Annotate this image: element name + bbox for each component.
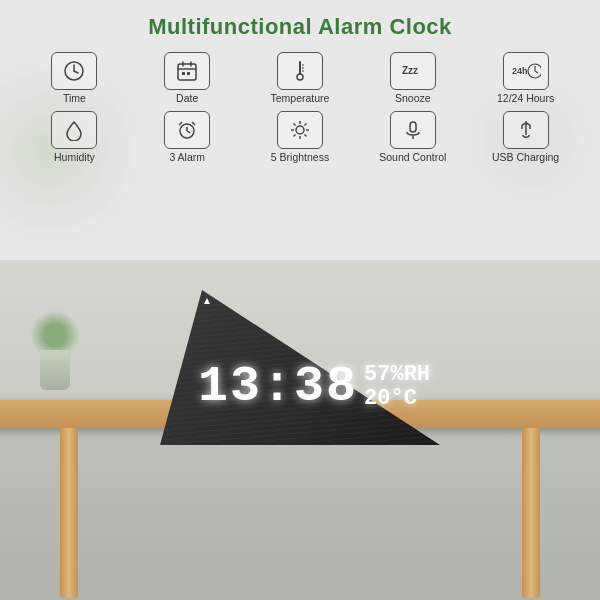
clock-display: 13:38 57%RH 20°C (198, 347, 432, 427)
svg-line-18 (535, 71, 538, 73)
page-title: Multifunctional Alarm Clock (148, 14, 452, 40)
temperature-value: 20°C (364, 388, 417, 410)
main-container: Multifunctional Alarm Clock Time Date Te… (0, 0, 600, 600)
clock-time: 13:38 (198, 362, 358, 412)
humidity-value: 57%RH (364, 364, 430, 386)
feature-icon-date (164, 52, 210, 90)
feature-label-hours: 12/24 Hours (497, 92, 554, 105)
svg-line-21 (187, 131, 190, 133)
svg-rect-3 (178, 64, 196, 80)
svg-line-22 (179, 122, 182, 125)
feature-icon-snooze: Zzz (390, 52, 436, 90)
table-leg-right (522, 428, 540, 598)
feature-icon-humidity (51, 111, 97, 149)
clock-body: 13:38 57%RH 20°C (160, 290, 440, 450)
feature-label-temperature: Temperature (271, 92, 330, 105)
svg-rect-33 (410, 122, 416, 132)
product-scene: 13:38 57%RH 20°C (0, 260, 600, 600)
feature-icon-sound (390, 111, 436, 149)
feature-label-snooze: Snooze (395, 92, 431, 105)
feature-item-hours: 24h 12/24 Hours (471, 52, 580, 105)
feature-icon-brightness (277, 111, 323, 149)
feature-label-date: Date (176, 92, 198, 105)
table-leg-left (60, 428, 78, 598)
svg-rect-7 (182, 72, 185, 75)
feature-label-sound: Sound Control (379, 151, 446, 164)
feature-icon-hours: 24h (503, 52, 549, 90)
feature-label-alarm: 3 Alarm (169, 151, 205, 164)
feature-item-time: Time (20, 52, 129, 105)
feature-icon-time (51, 52, 97, 90)
svg-line-32 (293, 134, 295, 136)
feature-label-humidity: Humidity (54, 151, 95, 164)
svg-point-24 (296, 126, 304, 134)
svg-rect-8 (187, 72, 190, 75)
feature-item-snooze: Zzz Snooze (358, 52, 467, 105)
svg-line-30 (304, 134, 306, 136)
feature-label-brightness: 5 Brightness (271, 151, 329, 164)
svg-line-2 (74, 71, 78, 73)
feature-item-sound: Sound Control (358, 111, 467, 164)
feature-item-usb: USB Charging (471, 111, 580, 164)
svg-line-29 (293, 123, 295, 125)
svg-line-31 (304, 123, 306, 125)
feature-icon-temperature (277, 52, 323, 90)
vase-body (40, 350, 70, 390)
features-grid: Time Date Temperature Zzz Snooze 24h 12/… (20, 52, 580, 163)
feature-item-temperature: Temperature (246, 52, 355, 105)
feature-item-alarm: 3 Alarm (133, 111, 242, 164)
feature-item-date: Date (133, 52, 242, 105)
clock-shape: 13:38 57%RH 20°C (160, 290, 440, 445)
svg-text:Zzz: Zzz (402, 65, 418, 76)
feature-label-usb: USB Charging (492, 151, 559, 164)
feature-icon-usb (503, 111, 549, 149)
feature-icon-alarm (164, 111, 210, 149)
svg-text:24h: 24h (512, 66, 528, 76)
feature-item-humidity: Humidity (20, 111, 129, 164)
feature-item-brightness: 5 Brightness (246, 111, 355, 164)
vase-decoration (30, 310, 80, 390)
feature-label-time: Time (63, 92, 86, 105)
clock-readings: 57%RH 20°C (364, 364, 430, 410)
svg-line-23 (192, 122, 195, 125)
